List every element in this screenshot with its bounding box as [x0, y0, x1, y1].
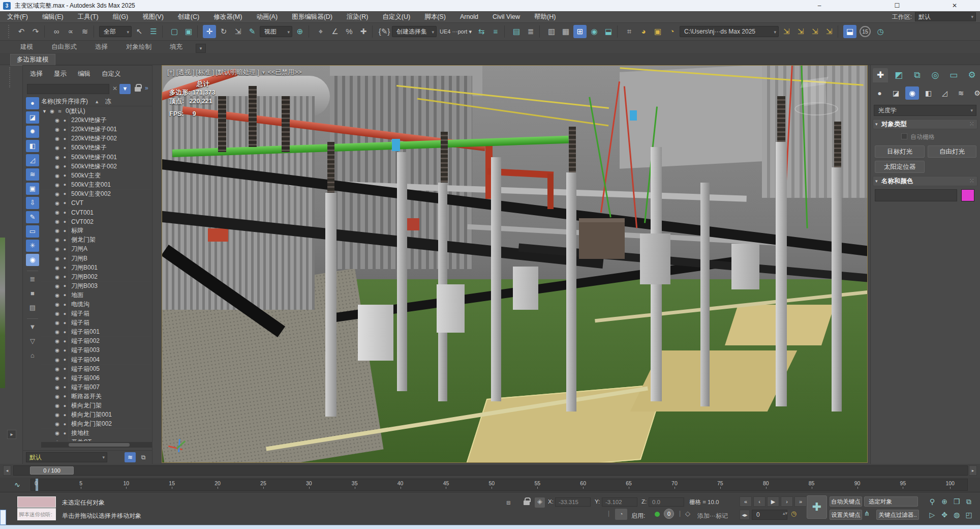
visibility-eye-icon[interactable]: ◉ [53, 210, 61, 215]
object-dot-icon[interactable]: ● [61, 210, 69, 215]
object-dot-icon[interactable]: ● [61, 339, 69, 344]
object-dot-icon[interactable]: ● [61, 366, 69, 371]
ribbon-collapse-toggle[interactable]: ▾ [196, 44, 206, 53]
filter-containers-icon[interactable]: ▭ [26, 225, 39, 238]
display-notes-icon[interactable]: ▤ [26, 302, 39, 314]
explorer-tab[interactable]: 选择 [30, 70, 43, 78]
scene-object-row[interactable]: ◉ ● 端子箱007 [41, 383, 152, 392]
visibility-eye-icon[interactable]: ◉ [53, 329, 61, 335]
target-light-button[interactable]: 目标灯光 [875, 145, 925, 158]
scene-object-row[interactable]: ◉ ● 500kV绝缘子 [41, 143, 152, 153]
visibility-eye-icon[interactable]: ◉ [53, 320, 61, 326]
angle-snap-icon[interactable]: ∠ [328, 25, 342, 38]
scene-explorer-icon[interactable]: ⊞ [573, 25, 587, 38]
visibility-eye-icon[interactable]: ◉ [48, 108, 56, 114]
explorer-preset-dropdown[interactable]: 默认 [26, 452, 107, 462]
tab-motion[interactable]: ◎ [928, 68, 943, 82]
spinner-arrows-icon[interactable]: ▴▾ [783, 511, 787, 516]
select-and-place-icon[interactable]: ✎ [246, 25, 259, 38]
visibility-eye-icon[interactable]: ◉ [53, 256, 61, 261]
visibility-eye-icon[interactable]: ◉ [53, 191, 61, 197]
object-dot-icon[interactable]: ● [61, 403, 69, 408]
pan-icon[interactable]: ✥ [938, 510, 951, 520]
visibility-eye-icon[interactable]: ◉ [53, 265, 61, 271]
filter-cameras-icon[interactable]: ◧ [26, 140, 39, 152]
object-dot-icon[interactable]: ● [61, 292, 69, 298]
scene-object-row[interactable]: ◉ ● 端子箱004 [41, 356, 152, 365]
object-dot-icon[interactable]: ● [61, 357, 69, 362]
tab-utilities[interactable]: ⚙ [964, 68, 979, 82]
window-crossing-icon[interactable]: ▣ [182, 25, 195, 38]
time-slider-track[interactable]: 0 / 100 [13, 465, 968, 476]
reference-coordinate-dropdown[interactable]: 视图 [260, 26, 292, 37]
select-and-scale-icon[interactable]: ⇲ [231, 25, 244, 38]
filter-visibility-icon[interactable]: ◉ [26, 254, 39, 266]
scene-object-row[interactable]: ◉ ● 220kV绝缘子001 [41, 125, 152, 134]
curve-editor-icon[interactable]: ▤ [510, 25, 523, 38]
viewcube-ring[interactable] [794, 102, 838, 115]
mirror-icon[interactable]: ⇆ [475, 25, 488, 38]
display-properties-icon[interactable]: ≣ [26, 273, 39, 285]
visibility-eye-icon[interactable]: ◉ [53, 136, 61, 141]
menu-item[interactable]: 文件(F) [0, 11, 35, 23]
tab-create[interactable]: ✚ [873, 68, 888, 82]
scene-object-row[interactable]: ◉ ● 500kV绝缘子002 [41, 162, 152, 171]
visibility-eye-icon[interactable]: ◉ [53, 439, 61, 441]
cat-systems-icon[interactable]: ⚙ [970, 86, 980, 100]
scene-object-row[interactable]: ◉ ● 500kV主变 [41, 171, 152, 181]
filter-shapes-icon[interactable]: ◪ [26, 111, 39, 124]
tag-box-icon[interactable]: ◇ [685, 510, 690, 517]
search-filter-funnel-icon[interactable]: ▼ [119, 84, 131, 94]
object-dot-icon[interactable]: ● [61, 228, 69, 233]
object-dot-icon[interactable]: ● [61, 200, 69, 205]
viewport-label[interactable]: [+] [透视 ] [标准 ] [默认明暗处理 ] ▼ <<已禁用>> [167, 68, 302, 77]
absolute-mode-icon[interactable]: ◈ [535, 497, 545, 508]
rollout-object-type[interactable]: 对象类型 [873, 119, 977, 129]
cat-cameras-icon[interactable]: ◧ [922, 86, 935, 100]
material-editor-icon[interactable]: ◉ [588, 25, 601, 38]
clear-search-icon[interactable]: ✕ [112, 85, 117, 92]
select-and-rotate-icon[interactable]: ↻ [217, 25, 230, 38]
object-dot-icon[interactable]: ● [61, 145, 69, 151]
explorer-search-input[interactable] [27, 84, 109, 94]
align-icon[interactable]: ≡ [489, 25, 502, 38]
object-dot-icon[interactable]: ● [61, 127, 69, 132]
render-frame-window-icon[interactable]: ▣ [651, 25, 664, 38]
scene-object-row[interactable]: ◉ ● 刀闸B002 [41, 273, 152, 282]
scene-object-row[interactable]: ◉ ● 横向龙门架 [41, 401, 152, 410]
expand-panel-button[interactable]: ▸ [7, 430, 16, 439]
maximize-viewport-icon[interactable]: ◰ [963, 510, 975, 520]
object-dot-icon[interactable]: ● [61, 422, 69, 427]
scene-object-row[interactable]: ◉ ● 刀闸B001 [41, 263, 152, 273]
filter-groups-icon[interactable]: ▣ [26, 183, 39, 195]
scene-object-row[interactable]: ◉ ● 刀闸A [41, 245, 152, 254]
render-teapot-icon[interactable]: ◕ [637, 25, 650, 38]
ribbon-subtab-polymodeling[interactable]: 多边形建模 [10, 54, 55, 66]
scene-object-row[interactable]: ◉ ● 端子箱 [41, 318, 152, 328]
sort-by-hierarchy-button[interactable]: ⧉ [138, 452, 149, 462]
layer-icon[interactable]: ≋ [56, 109, 64, 114]
visibility-eye-icon[interactable]: ◉ [53, 246, 61, 252]
visibility-eye-icon[interactable]: ◉ [53, 412, 61, 418]
filter-lights-icon[interactable]: ✹ [26, 126, 39, 138]
previous-frame-button[interactable]: ‹ [753, 496, 765, 507]
tab-hierarchy[interactable]: ⧉ [909, 68, 925, 82]
percent-snap-icon[interactable]: % [343, 25, 356, 38]
zoom-icon[interactable]: ⚲ [926, 496, 938, 507]
scene-object-row[interactable]: ◉ ● 电缆沟 [41, 300, 152, 309]
explorer-horizontal-scrollbar[interactable] [41, 442, 152, 448]
container-closed-icon[interactable]: ⌂ [26, 349, 39, 362]
clock-icon[interactable]: ◷ [874, 25, 887, 38]
visibility-eye-icon[interactable]: ◉ [53, 357, 61, 363]
viewcube[interactable] [791, 79, 842, 125]
export-scene-icon[interactable]: ⇲ [808, 25, 821, 38]
field-of-view-icon[interactable]: ▷ [926, 510, 938, 520]
menu-item[interactable]: 编辑(E) [35, 11, 71, 23]
explorer-tab[interactable]: 编辑 [78, 70, 90, 78]
workspace-dropdown[interactable]: 默认 [915, 12, 976, 21]
object-dot-icon[interactable]: ● [61, 238, 69, 243]
object-dot-icon[interactable]: ● [61, 155, 69, 160]
scene-object-row[interactable]: ◉ ● CVT001 [41, 208, 152, 217]
scene-object-row[interactable]: ◉ ● 开关CT [41, 438, 152, 441]
object-dot-icon[interactable]: ● [61, 330, 69, 335]
